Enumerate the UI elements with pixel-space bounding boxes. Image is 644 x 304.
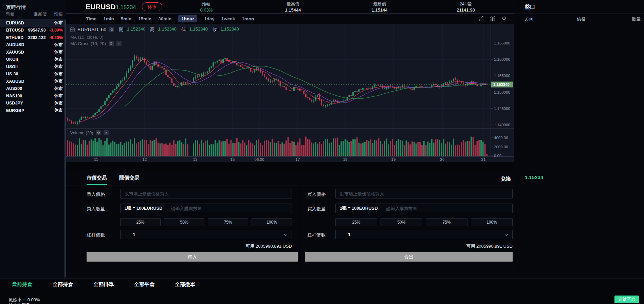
positions-tab-全部掛單[interactable]: 全部掛單 xyxy=(93,281,114,288)
quote-row-NAS100[interactable]: NAS100休市 xyxy=(0,92,66,100)
quote-row-UKOil[interactable]: UKOil休市 xyxy=(0,56,66,63)
timeframe-tab-1mon[interactable]: 1mon xyxy=(242,16,254,21)
chart-panel: 1.1650001.1600001.1550001.1500001.145000… xyxy=(66,24,514,162)
buy-submit-button[interactable]: 買入 xyxy=(87,252,298,262)
quote-row-XAUUSD[interactable]: XAUUSD休市 xyxy=(0,49,66,56)
buy-qty-field: 1張 = 100EURUSD xyxy=(120,204,292,213)
high-label: 高= xyxy=(150,26,157,33)
buy-percent-75%[interactable]: 75% xyxy=(208,218,248,226)
legend-gear-icon[interactable]: ⚙ xyxy=(109,27,114,32)
positions-tab-全部撤單[interactable]: 全部撤單 xyxy=(175,281,195,288)
svg-text:1.140000: 1.140000 xyxy=(494,123,510,127)
orderbook-columns: 方向 價格 數量 xyxy=(514,16,644,22)
buy-price-label: 買入價格 xyxy=(87,191,105,197)
stat-value: 1.15444 xyxy=(269,7,317,13)
buy-leverage-label: 杠杆倍數 xyxy=(87,232,105,238)
candlestick-chart[interactable]: 1.1650001.1600001.1550001.1500001.145000… xyxy=(66,24,514,162)
ma-indicator-disabled[interactable]: MA (15, close, 0) xyxy=(70,35,104,40)
floating-pnl-value: 0.0000 xyxy=(36,303,50,304)
risk-rate-value: 0.00% xyxy=(27,297,40,302)
quote-row-BTCUSD[interactable]: BTCUSD99547.93-3.89% xyxy=(0,27,66,34)
stat-label: 24H量 xyxy=(442,1,490,7)
svg-text:19: 19 xyxy=(391,157,396,162)
buy-percent-100%[interactable]: 100% xyxy=(252,218,292,226)
quote-row-EURGBP[interactable]: EURGBP休市 xyxy=(0,107,66,114)
timeframe-tab-1hour[interactable]: 1hour xyxy=(178,15,197,22)
positions-tab-當前持倉[interactable]: 當前持倉 xyxy=(12,281,32,288)
timeframe-tab-5min[interactable]: 5min xyxy=(121,16,132,21)
timeframe-tab-1week[interactable]: 1week xyxy=(221,16,235,21)
quote-symbol: ETHUSD xyxy=(6,35,28,40)
collapse-legend-icon[interactable] xyxy=(70,27,75,32)
quote-symbol: AUDUSD xyxy=(6,42,31,47)
quote-change: -9.20% xyxy=(49,35,63,40)
stat-label: 漲幅 xyxy=(183,1,230,7)
col-header-price: 最新價 xyxy=(34,12,47,17)
sell-qty-input[interactable] xyxy=(382,204,512,213)
buy-percent-25%[interactable]: 25% xyxy=(120,218,161,226)
buy-qty-label: 買入數量 xyxy=(87,206,105,212)
quote-symbol: XAGUSD xyxy=(6,79,31,84)
quote-row-ETHUSD[interactable]: ETHUSD2202.122-9.20% xyxy=(0,34,66,41)
orderbook-panel: 盤口 方向 價格 數量 1.15234 xyxy=(514,0,644,278)
quote-row-XAGUSD[interactable]: XAGUSD休市 xyxy=(0,78,66,85)
buy-qty-input[interactable] xyxy=(167,204,292,213)
sell-percent-100%[interactable]: 100% xyxy=(471,218,513,226)
close-value: 1.152340 xyxy=(221,26,239,33)
positions-tab-全部持倉[interactable]: 全部持倉 xyxy=(53,281,73,288)
sell-leverage-select[interactable]: 1 xyxy=(335,230,513,239)
sell-percent-50%[interactable]: 50% xyxy=(381,218,422,226)
volume-gear-icon[interactable]: ⚙ xyxy=(96,130,101,135)
market-status-badge: 休市 xyxy=(142,2,162,11)
positions-tab-全部平倉[interactable]: 全部平倉 xyxy=(134,281,154,288)
fullscreen-icon[interactable] xyxy=(478,15,484,21)
quote-row-EURUSD[interactable]: EURUSD休市 xyxy=(0,19,66,27)
quote-row-AUS200[interactable]: AUS200休市 xyxy=(0,85,66,93)
close-all-button[interactable]: 壹鍵平倉 xyxy=(614,296,639,303)
sell-percent-75%[interactable]: 75% xyxy=(426,218,467,226)
quote-row-USOil[interactable]: USOil休市 xyxy=(0,63,66,71)
timeframe-tab-Time[interactable]: Time xyxy=(86,16,96,21)
timeframe-tab-30min[interactable]: 30min xyxy=(158,16,171,21)
indicators-icon[interactable] xyxy=(490,15,496,21)
orderbook-col-price: 價格 xyxy=(577,16,586,22)
trade-tab-市價交易[interactable]: 市價交易 xyxy=(87,175,107,185)
buy-percent-50%[interactable]: 50% xyxy=(164,218,204,226)
sell-leverage-value: 1 xyxy=(348,232,351,237)
ma-cross-gear-icon[interactable]: ⚙ xyxy=(109,41,114,46)
quote-row-US-30[interactable]: US-30休市 xyxy=(0,71,66,78)
stat-value: 1.15144 xyxy=(356,7,403,13)
quote-row-AUDUSD[interactable]: AUDUSD休市 xyxy=(0,41,66,49)
buy-leverage-select[interactable]: 1 xyxy=(120,230,292,239)
quote-change: 休市 xyxy=(47,78,63,84)
orderbook-col-direction: 方向 xyxy=(525,16,534,22)
stat-label: 最高價 xyxy=(269,1,317,7)
svg-text:1.160000: 1.160000 xyxy=(494,57,510,61)
svg-text:0.00: 0.00 xyxy=(494,154,501,158)
timeframe-tab-1min[interactable]: 1min xyxy=(103,16,114,21)
timeframe-tab-15min[interactable]: 15min xyxy=(138,16,151,21)
buy-price-input[interactable] xyxy=(121,189,292,198)
quote-row-USDJPY[interactable]: USDJPY休市 xyxy=(0,100,66,107)
quote-change: 休市 xyxy=(47,64,63,70)
sell-qty-unit: 1張 = 100EURUSD xyxy=(336,204,382,213)
svg-text:1.152340: 1.152340 xyxy=(493,82,510,87)
sell-leverage-label: 杠杆倍數 xyxy=(307,232,326,238)
sell-percent-25%[interactable]: 25% xyxy=(335,218,377,226)
timeframe-tab-1day[interactable]: 1day xyxy=(204,16,215,21)
exchange-link[interactable]: 兌換 xyxy=(501,176,511,182)
ma-cross-close-icon[interactable]: × xyxy=(116,41,122,46)
sell-submit-button[interactable]: 賣出 xyxy=(305,252,513,262)
volume-close-icon[interactable]: × xyxy=(104,130,109,135)
header-symbol: EURUSD xyxy=(86,3,116,11)
svg-text:11: 11 xyxy=(94,157,98,162)
open-value: 1.152340 xyxy=(127,26,145,33)
trade-tab-限價交易[interactable]: 限價交易 xyxy=(119,175,140,185)
svg-text:1.150000: 1.150000 xyxy=(494,90,510,94)
sell-price-input[interactable] xyxy=(336,189,512,198)
risk-rate-label: 風險率： xyxy=(8,297,26,302)
quote-change: 休市 xyxy=(47,20,63,26)
chart-toolbar: ⚙ xyxy=(478,15,507,21)
quote-symbol: NAS100 xyxy=(6,94,31,98)
settings-gear-icon[interactable]: ⚙ xyxy=(501,15,507,21)
